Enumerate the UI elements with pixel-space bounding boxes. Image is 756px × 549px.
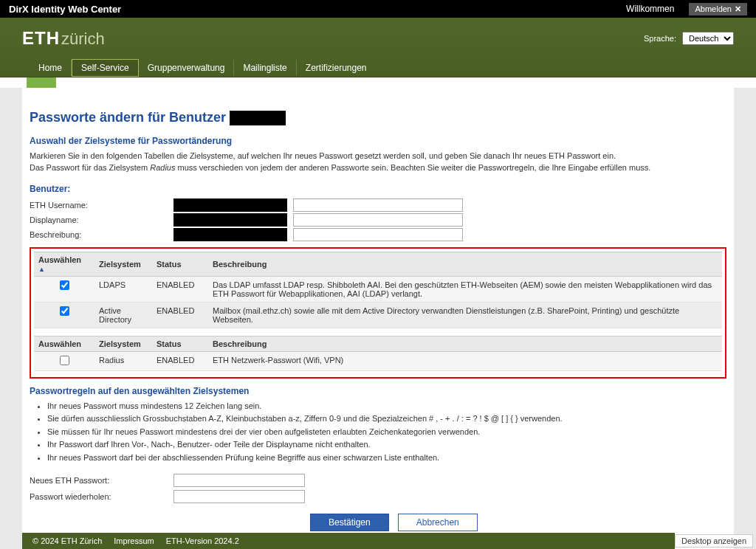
rule-item: Ihr neues Passwort darf bei der abschlie… (47, 452, 726, 463)
app-title: DirX Identity Web Center (9, 4, 121, 15)
nav-zertifizierungen[interactable]: Zertifizierungen (297, 60, 376, 76)
cancel-button[interactable]: Abbrechen (398, 514, 478, 531)
th-desc[interactable]: Beschreibung (208, 252, 722, 277)
th-desc[interactable]: Beschreibung (208, 336, 722, 352)
systems-table-2: Auswählen Zielsystem Status Beschreibung… (34, 336, 722, 371)
user-heading: Benutzer: (30, 184, 726, 194)
close-icon: ✕ (735, 4, 741, 14)
nav-mailingliste[interactable]: Mailingliste (234, 60, 296, 76)
cell-desc: Das LDAP umfasst LDAP resp. Shibboleth A… (208, 277, 722, 303)
th-system[interactable]: Zielsystem (94, 336, 152, 352)
cell-system: Active Directory (94, 303, 152, 328)
select-ldaps-checkbox[interactable] (60, 280, 69, 290)
nav-self-service[interactable]: Self-Service (72, 59, 139, 77)
footer: © 2024 ETH Zürich Impressum ETH-Version … (0, 533, 756, 549)
cell-system: LDAPS (94, 277, 152, 303)
user-fields: ETH Username: Displayname: Beschreibung: (30, 198, 726, 241)
systems-table-1: Auswählen ▲ Zielsystem Status Beschreibu… (34, 252, 722, 328)
confirm-button[interactable]: Bestätigen (310, 514, 389, 531)
logout-label: Abmelden (695, 4, 732, 13)
rules-title: Passwortregeln auf den ausgewählten Ziel… (30, 386, 726, 396)
desktop-toggle[interactable]: Desktop anzeigen (675, 534, 753, 548)
repeat-password-label: Passwort wiederholen: (30, 492, 173, 501)
intro-line1: Markieren Sie in den folgenden Tabellen … (30, 151, 726, 162)
logout-button[interactable]: Abmelden ✕ (689, 3, 747, 15)
redacted-username (230, 111, 286, 125)
password-rules: Passwortregeln auf den ausgewählten Ziel… (30, 386, 726, 463)
displayname-label: Displayname: (30, 215, 173, 224)
th-select[interactable]: Auswählen (34, 336, 94, 352)
desc-label: Beschreibung: (30, 230, 173, 239)
systems-highlight-box: Auswählen ▲ Zielsystem Status Beschreibu… (30, 247, 726, 379)
redacted-value (173, 213, 287, 227)
sort-asc-icon: ▲ (38, 266, 45, 273)
select-radius-checkbox[interactable] (60, 356, 69, 365)
section1-title: Auswahl der Zielsysteme für Passwortände… (30, 136, 726, 146)
username-input (293, 198, 463, 212)
footer-version: ETH-Version 2024.2 (166, 536, 239, 545)
language-label: Sprache: (644, 34, 676, 43)
cell-status: ENABLED (152, 277, 208, 303)
logo-light: zürich (61, 30, 105, 49)
th-select[interactable]: Auswählen ▲ (34, 252, 94, 277)
nav: Home Self-Service Gruppenverwaltung Mail… (30, 59, 734, 77)
repeat-password-input[interactable] (173, 490, 305, 503)
redacted-value (173, 228, 287, 241)
nav-home[interactable]: Home (30, 60, 72, 76)
cell-system: Radius (94, 352, 152, 371)
desc-input (293, 228, 463, 241)
footer-impressum[interactable]: Impressum (114, 536, 154, 545)
cell-desc: Mailbox (mail.ethz.ch) sowie alle mit de… (208, 303, 722, 328)
page-title-text: Passworte ändern für Benutzer (30, 110, 230, 125)
footer-copyright: © 2024 ETH Zürich (32, 536, 102, 545)
topbar: DirX Identity Web Center Willkommen Abme… (0, 0, 756, 18)
welcome-text: Willkommen (626, 4, 674, 14)
th-status[interactable]: Status (152, 336, 208, 352)
rule-item: Ihr Passwort darf Ihren Vor-, Nach-, Ben… (47, 439, 726, 450)
select-ad-checkbox[interactable] (60, 306, 69, 316)
rule-item: Ihr neues Passwort muss mindestens 12 Ze… (47, 401, 726, 412)
username-label: ETH Username: (30, 201, 173, 210)
table-row: LDAPS ENABLED Das LDAP umfasst LDAP resp… (34, 277, 722, 303)
intro-line2: Das Passwort für das Zielsystem Radius m… (30, 162, 726, 173)
header: ETH zürich Sprache: Deutsch Home Self-Se… (0, 18, 756, 77)
th-system[interactable]: Zielsystem (94, 252, 152, 277)
nav-gruppenverwaltung[interactable]: Gruppenverwaltung (139, 60, 235, 76)
subnav-indicator (27, 77, 56, 88)
new-password-label: Neues ETH Passwort: (30, 476, 173, 485)
logo-bold: ETH (22, 28, 60, 49)
redacted-value (173, 198, 287, 212)
page-title: Passworte ändern für Benutzer (30, 110, 726, 125)
cell-desc: ETH Netzwerk-Passwort (Wifi, VPN) (208, 352, 722, 371)
intro-text: Markieren Sie in den folgenden Tabellen … (30, 151, 726, 173)
subnav (0, 77, 756, 88)
th-status[interactable]: Status (152, 252, 208, 277)
displayname-input (293, 213, 463, 227)
table-row: Active Directory ENABLED Mailbox (mail.e… (34, 303, 722, 328)
table-row: Radius ENABLED ETH Netzwerk-Passwort (Wi… (34, 352, 722, 371)
cell-status: ENABLED (152, 352, 208, 371)
rule-item: Sie müssen für Ihr neues Passwort mindes… (47, 427, 726, 438)
logo: ETH zürich (22, 28, 105, 49)
page-content: Passworte ändern für Benutzer Auswahl de… (22, 88, 734, 549)
language-select[interactable]: Deutsch (682, 32, 734, 45)
cell-status: ENABLED (152, 303, 208, 328)
rule-item: Sie dürfen ausschliesslich Grossbuchstab… (47, 413, 726, 424)
new-password-input[interactable] (173, 474, 305, 487)
